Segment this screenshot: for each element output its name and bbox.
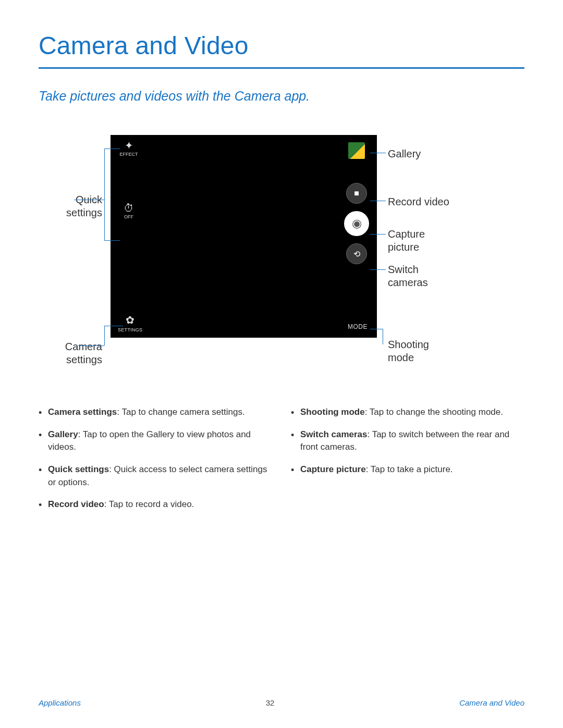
camera-settings-button[interactable]: ✿ SETTINGS [118,314,142,332]
video-icon: ■ [354,189,359,198]
bullet-term: Gallery [48,429,78,439]
footer-left: Applications [39,698,81,707]
leader-line [104,149,105,240]
timer-label: OFF [124,214,133,219]
bullet-item: Quick settings: Quick access to select c… [39,463,272,489]
leader-line [104,326,123,326]
leader-line [370,201,386,201]
bullet-desc: : Tap to record a video. [104,499,194,509]
bullet-term: Quick settings [48,464,109,474]
camera-icon: ◉ [352,217,362,230]
bullet-term: Capture picture [300,464,366,474]
callout-record-video: Record video [388,195,449,208]
leader-line [370,234,386,235]
leader-line [78,346,104,346]
leader-line [104,240,120,241]
footer-page-number: 32 [266,698,275,707]
bullet-item: Capture picture: Tap to take a picture. [291,463,524,476]
bullet-list-right: Shooting mode: Tap to change the shootin… [291,406,524,521]
camera-figure: ✦ EFFECT ⏱ OFF ✿ SETTINGS ■ ◉ [39,135,524,375]
leader-line [370,153,386,153]
leader-line [370,269,386,270]
page-subtitle: Take pictures and videos with the Camera… [39,89,524,104]
bullet-desc: : Tap to take a picture. [366,464,453,474]
settings-label: SETTINGS [118,327,142,332]
timer-icon: ⏱ [118,203,139,213]
bullet-item: Gallery: Tap to open the Gallery to view… [39,428,272,454]
switch-camera-icon: ⟲ [353,249,360,259]
effect-label: EFFECT [120,152,138,157]
shooting-mode-button[interactable]: MODE [348,323,368,330]
footer-right: Camera and Video [459,698,524,707]
page-title: Camera and Video [39,31,524,60]
bullet-list-left: Camera settings: Tap to change camera se… [39,406,272,521]
callout-camera-settings: Camerasettings [65,340,102,366]
page-footer: Applications 32 Camera and Video [0,698,563,707]
callout-switch-cameras: Switchcameras [388,263,428,289]
bullet-item: Record video: Tap to record a video. [39,498,272,511]
timer-button[interactable]: ⏱ OFF [118,203,139,219]
callout-shooting-mode: Shootingmode [388,338,429,364]
capture-picture-button[interactable]: ◉ [344,211,369,236]
sparkle-icon: ✦ [118,140,139,151]
bullet-columns: Camera settings: Tap to change camera se… [39,406,524,521]
callout-gallery: Gallery [388,147,421,161]
leader-line [104,149,120,149]
gear-icon: ✿ [118,314,142,326]
leader-line [74,200,104,200]
leader-line [383,329,383,344]
bullet-desc: : Tap to change the shooting mode. [365,407,503,417]
bullet-item: Camera settings: Tap to change camera se… [39,406,272,419]
leader-line [104,326,105,346]
bullet-desc: : Tap to change camera settings. [117,407,244,417]
callout-quick-settings: Quicksettings [66,193,102,219]
bullet-item: Shooting mode: Tap to change the shootin… [291,406,524,419]
bullet-term: Camera settings [48,407,117,417]
camera-app-screenshot: ✦ EFFECT ⏱ OFF ✿ SETTINGS ■ ◉ [111,135,377,338]
bullet-item: Switch cameras: Tap to switch between th… [291,428,524,454]
effect-button[interactable]: ✦ EFFECT [118,140,139,157]
bullet-term: Switch cameras [300,429,368,439]
switch-cameras-button[interactable]: ⟲ [346,243,367,264]
gallery-thumbnail[interactable] [348,142,365,159]
title-rule [39,67,524,69]
bullet-desc: : Tap to open the Gallery to view photos… [48,429,251,452]
bullet-term: Record video [48,499,104,509]
record-video-button[interactable]: ■ [346,183,367,204]
leader-line [370,329,383,329]
bullet-term: Shooting mode [300,407,365,417]
callout-capture-picture: Capturepicture [388,228,425,254]
